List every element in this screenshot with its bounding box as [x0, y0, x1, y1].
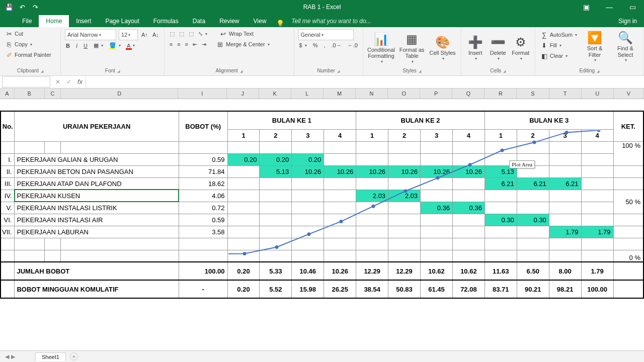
group-cells-label: Cells [465, 68, 531, 74]
dec-inc-button[interactable]: .0→ [331, 42, 343, 49]
lightbulb-icon: 💡 [276, 19, 284, 27]
fill-color-button[interactable]: 🪣 [108, 42, 122, 49]
tab-nav-prev-icon[interactable]: ◀ [5, 353, 9, 360]
wrap-text-button[interactable]: ↩Wrap Text [218, 29, 255, 38]
align-left-button[interactable]: ≡ [169, 41, 174, 48]
ribbon-tabs: File Home Insert Page Layout Formulas Da… [0, 14, 644, 27]
conditional-formatting-button[interactable]: 📊Conditional Formatting [367, 31, 395, 64]
sign-in-link[interactable]: Sign in [611, 15, 644, 27]
font-name-select[interactable]: Arial Narrow [65, 29, 116, 40]
cut-button[interactable]: ✂Cut [4, 29, 56, 38]
align-right-button[interactable]: ≡ [184, 41, 189, 48]
delete-cells-button[interactable]: ➖Delete [488, 34, 508, 61]
cond-label: Conditional Formatting [367, 47, 395, 59]
sheet-tab-bar: ◀ ▶ Sheet1 + [0, 350, 644, 362]
comma-button[interactable]: , [323, 42, 326, 49]
maximize-icon[interactable]: ▭ [621, 0, 644, 14]
formula-bar: ✕ ✓ fx [0, 76, 644, 88]
percent-button[interactable]: % [312, 42, 319, 49]
italic-button[interactable]: I [75, 42, 78, 49]
tab-file[interactable]: File [15, 15, 39, 27]
formula-input[interactable] [86, 76, 644, 88]
tab-nav-next-icon[interactable]: ▶ [11, 353, 15, 360]
clear-button[interactable]: ◧Clear [539, 51, 578, 60]
cancel-formula-icon[interactable]: ✕ [52, 78, 63, 85]
sort-icon: 🔽 [587, 30, 602, 45]
restore-icon[interactable]: ▣ [575, 0, 598, 14]
cell-styles-button[interactable]: 🎨Cell Styles [429, 34, 457, 61]
delete-icon: ➖ [491, 35, 506, 50]
tab-review[interactable]: Review [212, 15, 246, 27]
tab-view[interactable]: View [247, 15, 274, 27]
format-painter-button[interactable]: ✐Format Painter [4, 50, 56, 59]
scissors-icon: ✂ [5, 30, 13, 38]
group-font-label: Font [65, 68, 160, 74]
paintbrush-icon: ✐ [5, 51, 13, 59]
indent-dec-button[interactable]: ⇤ [192, 41, 198, 48]
redo-icon[interactable]: ↷ [31, 3, 39, 11]
underline-button[interactable]: U [83, 42, 89, 49]
fill-label: Fill [550, 42, 557, 48]
minimize-icon[interactable]: — [598, 0, 621, 14]
group-styles-label: Styles [367, 68, 457, 74]
group-number-label: Number [298, 68, 359, 74]
dec-dec-button[interactable]: ←.0 [347, 42, 359, 49]
copy-button[interactable]: ⎘Copy [4, 40, 56, 49]
font-color-button[interactable]: A [126, 42, 136, 49]
format-icon: ⚙ [515, 35, 526, 50]
sheet-tab[interactable]: Sheet1 [35, 352, 66, 361]
indent-inc-button[interactable]: ⇥ [201, 41, 207, 48]
worksheet[interactable]: No.URAIAN PEKERJAANBOBOT (%)BULAN KE 1BU… [0, 99, 644, 362]
tell-me-input[interactable]: Tell me what you want to do... [284, 15, 378, 27]
tab-page-layout[interactable]: Page Layout [98, 15, 146, 27]
cut-label: Cut [15, 31, 23, 37]
align-center-button[interactable]: ≡ [176, 41, 181, 48]
merge-label: Merge & Center [226, 41, 265, 47]
cellstyle-label: Cell Styles [430, 50, 456, 56]
table-label: Format as Table [398, 47, 426, 59]
merge-center-button[interactable]: ⊞Merge & Center [215, 40, 271, 49]
shrink-font-button[interactable]: A↓ [151, 31, 160, 38]
insert-icon: ➕ [468, 35, 483, 50]
tab-data[interactable]: Data [186, 15, 212, 27]
active-cell: PEKERJAAN KUSEN [15, 190, 179, 202]
column-headers[interactable]: ABCDIJKLMNOPQRSTUV [0, 88, 644, 99]
align-bottom-button[interactable]: ⬚ [188, 30, 195, 38]
format-as-table-button[interactable]: ▦Format as Table [398, 31, 426, 64]
tab-home[interactable]: Home [39, 15, 69, 27]
bold-button[interactable]: B [65, 42, 71, 49]
enter-formula-icon[interactable]: ✓ [63, 78, 74, 85]
grow-font-button[interactable]: A↑ [140, 31, 149, 38]
format-label: Format [512, 50, 529, 56]
align-top-button[interactable]: ⬚ [169, 30, 176, 38]
clear-label: Clear [550, 53, 563, 59]
tab-insert[interactable]: Insert [69, 15, 98, 27]
sigma-icon: ∑ [540, 31, 548, 39]
number-format-select[interactable]: General [298, 29, 354, 40]
find-select-button[interactable]: 🔍Find & Select [611, 29, 639, 62]
save-icon[interactable]: 💾 [5, 3, 13, 11]
name-box[interactable] [2, 76, 50, 87]
eraser-icon: ◧ [540, 52, 548, 60]
accounting-button[interactable]: $ [298, 42, 308, 49]
fx-icon[interactable]: fx [74, 78, 86, 85]
sum-label: AutoSum [550, 32, 573, 38]
wrap-icon: ↩ [219, 30, 227, 38]
border-button[interactable]: ▦ [93, 42, 104, 49]
wrap-label: Wrap Text [229, 31, 254, 37]
autosum-button[interactable]: ∑AutoSum [539, 30, 578, 39]
table-icon: ▦ [406, 32, 418, 47]
chart-tooltip: Plot Area [509, 160, 535, 168]
fill-button[interactable]: ⬇Fill [539, 41, 578, 50]
new-sheet-button[interactable]: + [70, 352, 78, 360]
undo-icon[interactable]: ↶ [18, 3, 26, 11]
tab-formulas[interactable]: Formulas [146, 15, 186, 27]
insert-cells-button[interactable]: ➕Insert [465, 34, 486, 61]
format-cells-button[interactable]: ⚙Format [511, 34, 531, 61]
font-size-select[interactable]: 12 [119, 29, 138, 40]
copy-label: Copy [15, 41, 28, 47]
sort-filter-button[interactable]: 🔽Sort & Filter [581, 29, 609, 62]
align-middle-button[interactable]: ⬚ [178, 30, 185, 38]
orientation-button[interactable]: ⤡ [197, 30, 208, 38]
merge-icon: ⊞ [216, 40, 224, 48]
